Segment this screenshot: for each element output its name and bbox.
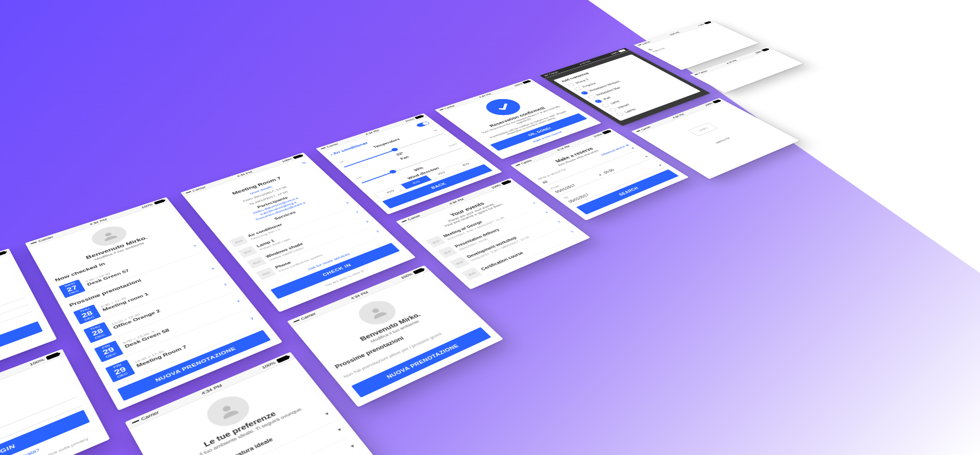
pref-row[interactable]: ICO Quanta luce ti piace? [178,421,348,455]
gender-radio[interactable]: UomoDonna [0,312,36,376]
chevron-right-icon: › [364,219,370,223]
avatar[interactable] [87,223,131,249]
service-icon: ICO [247,256,267,269]
service-icon: ICO [229,235,249,247]
event-icon: ICO [461,267,482,280]
svg-point-2 [222,404,232,412]
chevron-right-icon: › [555,219,562,224]
service-icon: ICO [256,267,276,279]
event-icon: ICO [437,246,458,258]
chevron-right-icon: › [222,281,228,287]
reservation-row[interactable]: THU28DEC 13:30 > 18:30Office Orange 2 › [82,276,233,346]
checkin-button[interactable]: CHECK IN [271,243,400,299]
chevron-right-icon: › [235,298,241,303]
surname-field[interactable]: Cognome [0,297,29,360]
chevron-right-icon: › [210,266,215,271]
dob-field[interactable]: Data di nascita [0,304,33,368]
back-link[interactable]: Indietro [0,334,46,397]
password-field[interactable]: Password [0,397,82,455]
chevron-right-icon: › [192,243,198,248]
event-icon: ICO [449,256,470,269]
forgot-link[interactable]: Password dimenticata? [0,425,93,455]
service-icon: ICO [238,246,258,258]
service-row[interactable]: ICO PhoneCisco conference system › [254,226,384,282]
power-toggle[interactable] [415,121,430,128]
avatar [201,391,256,432]
chevron-right-icon: › [345,200,350,204]
current-reservation[interactable]: WED27DEC 9:30 > 18:30Desk Green 57 › [57,237,202,300]
wireframe-flow: Carrier 4:34 PM 100% Benvenuto! Inserisc… [0,20,980,455]
login-button[interactable]: LOGIN [0,410,90,455]
onboard-title: Benvenuto! Inserisci i tuoi dati [0,260,8,315]
edit-icon[interactable]: ✎ [301,161,308,165]
svg-point-3 [371,307,380,314]
chevron-right-icon: › [354,209,360,214]
pref-row[interactable]: ICO La tua temperatura ideale [167,405,335,455]
name-field[interactable]: Nome [0,290,25,351]
event-row[interactable]: ICO Certification course › [459,226,579,282]
chevron-right-icon: › [543,209,549,214]
event-icon: ICO [426,235,446,247]
status-bar: Carrier 4:34 PM 100% [0,248,11,307]
new-reservation-button[interactable]: NUOVA PRENOTAZIONE [117,329,271,400]
avatar[interactable] [352,296,402,329]
chevron-right-icon: › [568,229,575,233]
chevron-right-icon: › [530,200,537,204]
logo-placeholder: LOGO [688,123,718,136]
pref-row[interactable]: ICO Che S.O. preferisci? [188,437,361,455]
chevron-right-icon: › [374,229,380,233]
chevron-right-icon: › [249,315,255,321]
ask-services-link[interactable]: Ask for more services [266,237,389,286]
reservation-row[interactable]: FRI29DEC 9:00 > 13,00, d...Desk Green 58… [92,292,246,365]
svg-point-1 [104,232,112,237]
username-field[interactable]: Username [0,388,77,455]
new-reservation-button[interactable]: NUOVA PRENOTAZIONE [351,327,491,397]
reservation-row[interactable]: FRI29DEC 14:30 > 17:30Meeting Room 7 › [104,309,260,386]
reservation-row[interactable]: THU28DEC 9:30 > 11:30Meeting room 1 › [72,260,220,327]
continue-button[interactable]: CONTINUA [0,321,43,391]
